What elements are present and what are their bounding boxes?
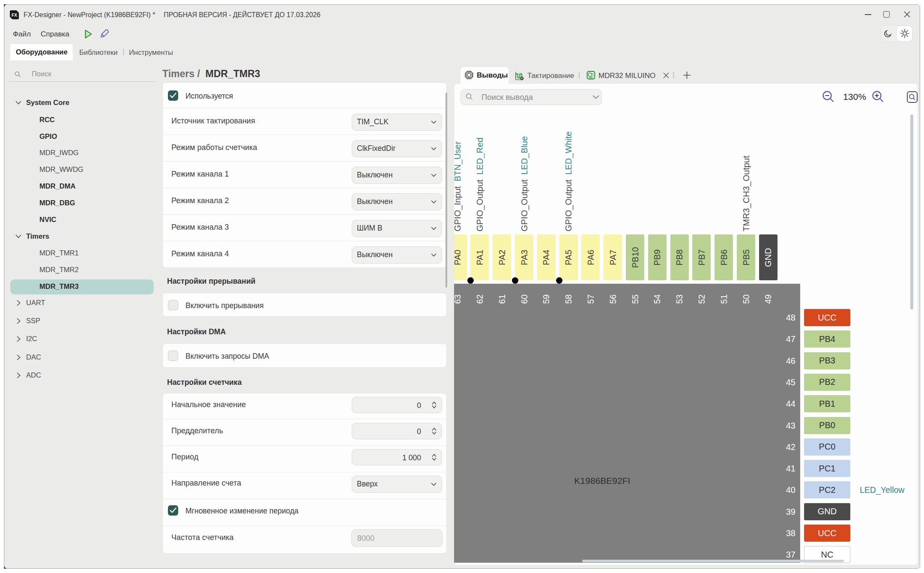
svg-text:FX: FX — [12, 13, 17, 18]
